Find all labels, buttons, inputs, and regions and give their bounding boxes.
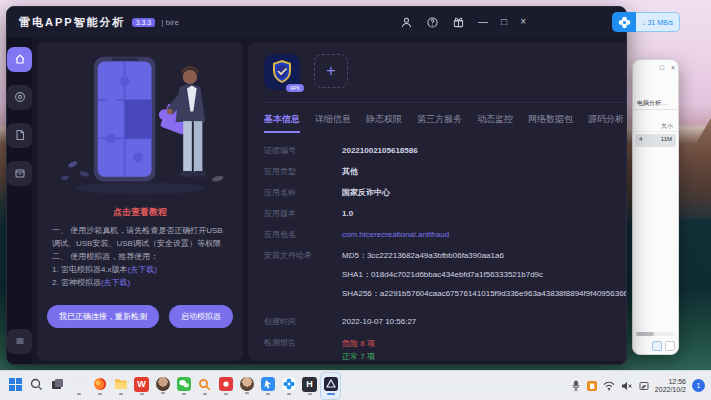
start-button[interactable]	[6, 373, 25, 399]
user-label: | bire	[161, 18, 179, 27]
explorer-window[interactable]: □ × 电脑分析… 大小 4 11M	[632, 59, 679, 355]
explorer-selected-row[interactable]: 4 11M	[635, 134, 676, 147]
field-package-name: 应用包名 com.hicerecreational.antifraud	[264, 229, 627, 241]
red-app-icon	[218, 376, 234, 392]
field-label: 应用包名	[264, 229, 342, 241]
add-apk-button[interactable]: +	[314, 54, 348, 88]
document-icon	[14, 127, 26, 145]
explorer-maximize-button[interactable]: □	[660, 64, 664, 71]
system-tray: 12:56 2022/10/2 1	[571, 378, 705, 394]
field-value: 20221002105618586	[342, 145, 418, 157]
close-button[interactable]: ×	[520, 17, 526, 27]
sidebar-item-menu[interactable]	[7, 329, 32, 354]
field-value: 1.0	[342, 208, 353, 220]
help-icon[interactable]	[426, 16, 439, 29]
firefox-icon	[92, 376, 108, 392]
pen-input-icon[interactable]	[639, 381, 649, 391]
pinwheel-app-icon	[281, 376, 297, 392]
tab-static-permissions[interactable]: 静态权限	[366, 113, 402, 133]
taskbar-avatar-app-1[interactable]	[153, 373, 172, 399]
explorer-size-column-header[interactable]: 大小	[633, 120, 678, 132]
pinwheel-logo-icon	[612, 12, 636, 32]
taskbar-file-explorer[interactable]	[111, 373, 130, 399]
taskbar-h-app[interactable]: H	[300, 373, 319, 399]
taskbar-ld-analysis[interactable]	[279, 373, 298, 399]
task-view-button[interactable]	[48, 373, 67, 399]
start-emulator-button[interactable]: 启动模拟器	[169, 305, 233, 328]
tutorial-link[interactable]: 点击查看教程	[113, 206, 167, 219]
sidebar-item-home[interactable]	[7, 47, 32, 72]
explorer-row-name: 4	[639, 136, 642, 145]
tab-network-packets[interactable]: 网络数据包	[528, 113, 573, 133]
task-view-icon	[50, 376, 66, 392]
explorer-horizontal-scrollbar[interactable]	[636, 332, 675, 336]
field-app-name: 应用名称 国家反诈中心	[264, 187, 627, 199]
taskbar-search-tool[interactable]	[195, 373, 214, 399]
titlebar[interactable]: 雷电APP智能分析 3.3.3 | bire — □ ×	[7, 7, 626, 37]
archive-box-icon	[14, 165, 26, 183]
emulator-2-download-link[interactable]: (去下载)	[101, 278, 130, 287]
field-detection-report: 检测报告 危险 8 项 正常 7 项 其他 0 项 查看AndroidManif…	[264, 337, 627, 365]
sidebar-item-scan[interactable]	[7, 85, 32, 110]
phone-puzzle-illustration	[44, 50, 236, 198]
download-speed-label: ↓ 31 MB/s	[636, 12, 680, 32]
field-app-version: 应用版本 1.0	[264, 208, 627, 220]
field-value: 国家反诈中心	[342, 187, 390, 199]
analysis-panel: APK + 基本信息 详细信息 静态权限 第三方服务 动态监控 网络数据包 源码…	[248, 42, 627, 361]
list-view-icon[interactable]	[652, 341, 662, 351]
tab-third-party-services[interactable]: 第三方服务	[417, 113, 462, 133]
report-normal-count: 正常 7 项	[342, 350, 430, 363]
gift-icon[interactable]	[452, 16, 465, 29]
tab-detail-info[interactable]: 详细信息	[315, 113, 351, 133]
package-name-link[interactable]: com.hicerecreational.antifraud	[342, 229, 449, 241]
orange-tray-app-icon[interactable]	[587, 381, 597, 391]
taskbar-red-app[interactable]	[216, 373, 235, 399]
connection-guide-panel: 点击查看教程 一、 使用沙箱真机，请先检查是否正确打开USB调试、USB安装、U…	[37, 42, 243, 361]
avatar-icon	[240, 377, 254, 391]
wps-icon: W	[134, 377, 149, 392]
emulator-1-download-link[interactable]: (去下载)	[128, 265, 157, 274]
orange-magnifier-icon	[197, 376, 213, 392]
h-app-icon: H	[302, 377, 317, 392]
report-other-count: 其他 0 项	[342, 363, 430, 365]
taskbar-search-button[interactable]	[27, 373, 46, 399]
recheck-connection-button[interactable]: 我已正确连接，重新检测	[47, 305, 159, 328]
md5-hash: MD5：3cc22213682a49a3bfbb06fa390aa1a6	[342, 250, 627, 262]
emulator-2-text: 2. 雷神模拟器	[52, 278, 101, 287]
explorer-toolbar: 电脑分析…	[633, 96, 678, 110]
explorer-close-button[interactable]: ×	[671, 64, 675, 71]
apk-item[interactable]: APK	[264, 54, 300, 90]
tab-basic-info[interactable]: 基本信息	[264, 113, 300, 133]
sha1-hash: SHA1：018d4c7021d6bbac434ebfd7a1f56333521…	[342, 269, 627, 281]
taskbar-active-analysis-app[interactable]	[321, 373, 340, 399]
taskbar-pointer-app[interactable]	[258, 373, 277, 399]
taskbar-firefox[interactable]	[90, 373, 109, 399]
microphone-icon[interactable]	[571, 380, 581, 391]
sidebar-item-archive[interactable]	[7, 161, 32, 186]
explorer-view-toggles	[652, 341, 675, 351]
user-icon[interactable]	[400, 16, 413, 29]
wifi-icon[interactable]	[603, 381, 615, 391]
tab-dynamic-monitor[interactable]: 动态监控	[477, 113, 513, 133]
analysis-tabs: 基本信息 详细信息 静态权限 第三方服务 动态监控 网络数据包 源码分析 Fri…	[264, 113, 627, 133]
taskbar: W	[0, 370, 711, 400]
detail-view-icon[interactable]	[665, 341, 675, 351]
folder-icon	[113, 376, 129, 392]
minimize-button[interactable]: —	[478, 17, 488, 27]
emulator-1-text: 1. 雷电模拟器4.x版本	[52, 265, 128, 274]
tab-source-analysis[interactable]: 源码分析	[588, 113, 624, 133]
taskbar-avatar-app-2[interactable]	[237, 373, 256, 399]
volume-muted-icon[interactable]	[621, 381, 633, 391]
taskbar-clock[interactable]: 12:56 2022/10/2	[655, 378, 686, 394]
sidebar-item-reports[interactable]	[7, 123, 32, 148]
net-speed-widget[interactable]: ↓ 31 MB/s	[612, 12, 680, 32]
taskbar-app-circle[interactable]	[69, 373, 88, 399]
notification-badge[interactable]: 1	[692, 379, 705, 392]
maximize-button[interactable]: □	[501, 17, 507, 27]
blue-pointer-icon	[260, 376, 276, 392]
field-label: 应用版本	[264, 208, 342, 220]
taskbar-wps[interactable]: W	[132, 373, 151, 399]
taskbar-wechat[interactable]	[174, 373, 193, 399]
circle-app-icon	[71, 376, 87, 392]
app-title: 雷电APP智能分析	[19, 15, 126, 30]
